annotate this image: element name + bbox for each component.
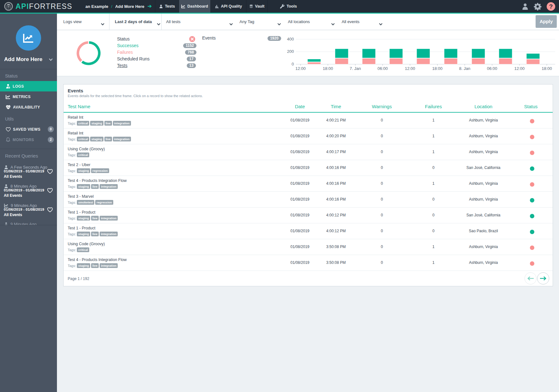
svg-text:GO: GO xyxy=(8,87,10,88)
svg-text:12:00: 12:00 xyxy=(514,66,525,71)
svg-text:200: 200 xyxy=(287,49,294,54)
svg-text:18:00: 18:00 xyxy=(542,66,552,71)
svg-text:12:00: 12:00 xyxy=(295,66,306,71)
svg-text:0: 0 xyxy=(292,62,294,66)
svg-text:06:00: 06:00 xyxy=(377,66,388,71)
svg-text:400: 400 xyxy=(287,37,294,41)
svg-text:8. Jan: 8. Jan xyxy=(459,66,470,71)
svg-text:06:00: 06:00 xyxy=(487,66,497,71)
svg-text:18:00: 18:00 xyxy=(432,66,443,71)
svg-text:12:00: 12:00 xyxy=(405,66,415,71)
svg-text:18:00: 18:00 xyxy=(323,66,333,71)
svg-text:7. Jan: 7. Jan xyxy=(350,66,361,71)
